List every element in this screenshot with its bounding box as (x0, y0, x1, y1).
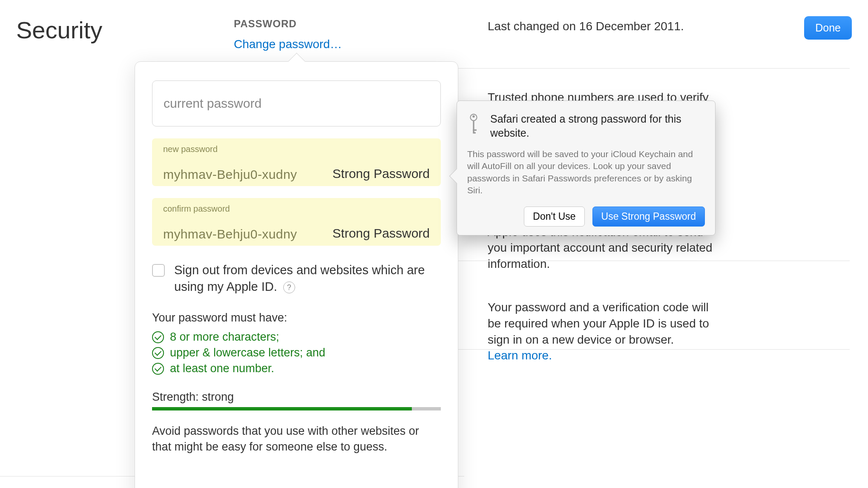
dont-use-button[interactable]: Don't Use (524, 207, 584, 227)
requirement-text: 8 or more characters; (170, 330, 279, 344)
requirement-item: upper & lowercase letters; and (152, 346, 441, 359)
safari-strong-password-panel: Safari created a strong password for thi… (457, 100, 716, 235)
svg-rect-2 (473, 121, 474, 132)
change-password-link[interactable]: Change password… (234, 37, 342, 51)
learn-more-link[interactable]: Learn more. (488, 349, 552, 362)
strength-label: Strength: strong (152, 390, 441, 404)
signout-row: Sign out from devices and websites which… (152, 262, 441, 295)
password-header: PASSWORD Change password… (234, 18, 342, 51)
last-changed-text: Last changed on 16 December 2011. (488, 20, 684, 33)
confirm-password-value: myhmav-Behju0-xudny (163, 227, 297, 241)
key-icon (467, 114, 482, 138)
change-password-popover: new password myhmav-Behju0-xudny Strong … (135, 61, 458, 488)
signout-checkbox[interactable] (152, 264, 165, 277)
strength-bar (152, 407, 441, 410)
verification-code-text: Your password and a verification code wi… (488, 287, 720, 379)
current-password-input[interactable] (164, 96, 429, 111)
divider (458, 68, 850, 69)
confirm-password-label: confirm password (163, 204, 230, 214)
requirement-text: at least one number. (170, 362, 274, 375)
strong-password-label: Strong Password (333, 166, 430, 182)
requirements-list: 8 or more characters; upper & lowercase … (152, 330, 441, 375)
svg-rect-3 (473, 129, 477, 131)
safari-panel-title: Safari created a strong password for thi… (490, 112, 705, 140)
section-label: PASSWORD (234, 18, 342, 30)
requirement-text: upper & lowercase letters; and (170, 346, 325, 359)
help-icon[interactable]: ? (283, 281, 295, 293)
check-icon (152, 363, 164, 375)
check-icon (152, 347, 164, 359)
current-password-field[interactable] (152, 80, 441, 126)
requirement-item: at least one number. (152, 362, 441, 375)
strength-fill (152, 407, 412, 410)
avoid-text: Avoid passwords that you use with other … (152, 423, 441, 454)
requirement-item: 8 or more characters; (152, 330, 441, 344)
strong-password-label: Strong Password (333, 226, 430, 241)
signout-label: Sign out from devices and websites which… (174, 262, 441, 295)
requirements-title: Your password must have: (152, 311, 441, 324)
verification-code-body: Your password and a verification code wi… (488, 301, 709, 346)
check-icon (152, 331, 164, 343)
new-password-label: new password (163, 144, 218, 154)
new-password-value: myhmav-Behju0-xudny (163, 167, 297, 182)
svg-point-1 (472, 115, 474, 118)
svg-rect-4 (473, 132, 476, 133)
done-button[interactable]: Done (804, 16, 852, 40)
safari-panel-body: This password will be saved to your iClo… (467, 148, 705, 196)
signout-text: Sign out from devices and websites which… (174, 263, 425, 293)
use-strong-password-button[interactable]: Use Strong Password (592, 207, 705, 227)
new-password-field[interactable]: new password myhmav-Behju0-xudny Strong … (152, 138, 441, 186)
page-title: Security (16, 16, 102, 44)
confirm-password-field[interactable]: confirm password myhmav-Behju0-xudny Str… (152, 198, 441, 246)
